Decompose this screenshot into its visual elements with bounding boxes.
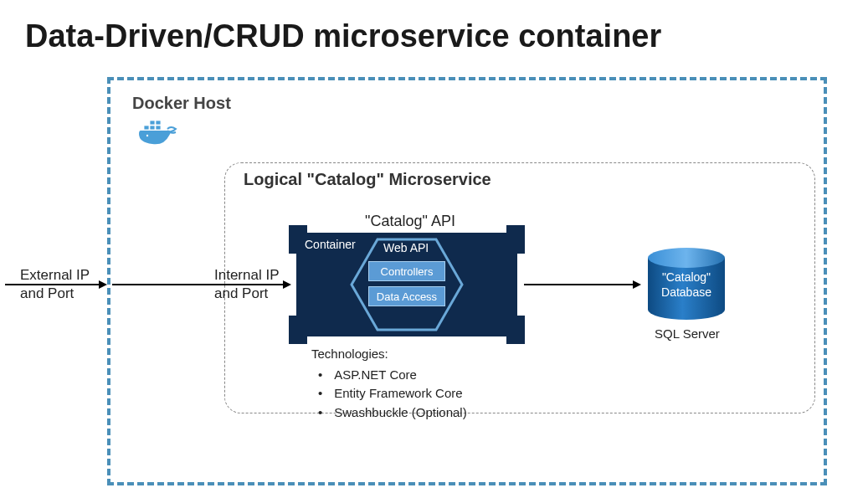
database-name-line2: Database bbox=[645, 285, 728, 300]
tech-item: Swashbuckle (Optional) bbox=[311, 403, 467, 423]
container-corner bbox=[506, 334, 525, 344]
tech-item: ASP.NET Core bbox=[311, 366, 467, 385]
arrow-external bbox=[5, 284, 100, 285]
svg-rect-3 bbox=[150, 121, 155, 125]
webapi-hexagon: Web API Controllers Data Access bbox=[348, 236, 465, 333]
page-title: Data-Driven/CRUD microservice container bbox=[25, 18, 661, 54]
svg-rect-1 bbox=[150, 126, 155, 130]
container-corner bbox=[289, 225, 307, 235]
svg-rect-4 bbox=[156, 121, 161, 125]
internal-ip-line2: and Port bbox=[214, 285, 280, 303]
webapi-label: Web API bbox=[383, 241, 429, 254]
technologies-list: ASP.NET Core Entity Framework Core Swash… bbox=[311, 366, 467, 423]
logical-microservice-label: Logical "Catalog" Microservice bbox=[244, 170, 491, 189]
external-ip-line2: and Port bbox=[20, 285, 90, 303]
svg-rect-2 bbox=[156, 126, 161, 130]
sql-server-label: SQL Server bbox=[655, 326, 720, 341]
internal-ip-line1: Internal IP bbox=[214, 266, 280, 285]
docker-icon bbox=[139, 117, 182, 152]
svg-rect-0 bbox=[144, 126, 149, 130]
container-corner bbox=[289, 334, 307, 344]
tech-item: Entity Framework Core bbox=[311, 384, 467, 403]
docker-host-label: Docker Host bbox=[132, 94, 231, 113]
external-ip-line1: External IP bbox=[20, 266, 90, 285]
catalog-api-label: "Catalog" API bbox=[352, 213, 469, 230]
svg-point-5 bbox=[146, 135, 148, 136]
arrow-internal bbox=[112, 284, 285, 285]
container-corner bbox=[506, 225, 525, 235]
technologies-block: Technologies: ASP.NET Core Entity Framew… bbox=[311, 345, 467, 422]
database-label: "Catalog" Database bbox=[645, 270, 728, 300]
arrow-to-db bbox=[524, 284, 634, 285]
svg-point-7 bbox=[648, 248, 725, 268]
controllers-box: Controllers bbox=[368, 261, 445, 281]
arrow-internal-head bbox=[283, 280, 291, 289]
database-name-line1: "Catalog" bbox=[645, 270, 728, 285]
arrow-external-head bbox=[99, 280, 107, 289]
dataaccess-box: Data Access bbox=[368, 286, 445, 306]
database-cylinder: "Catalog" Database bbox=[645, 246, 728, 321]
container-box: Container Web API Controllers Data Acces… bbox=[296, 233, 517, 336]
arrow-to-db-head bbox=[633, 280, 641, 289]
technologies-heading: Technologies: bbox=[311, 345, 467, 364]
